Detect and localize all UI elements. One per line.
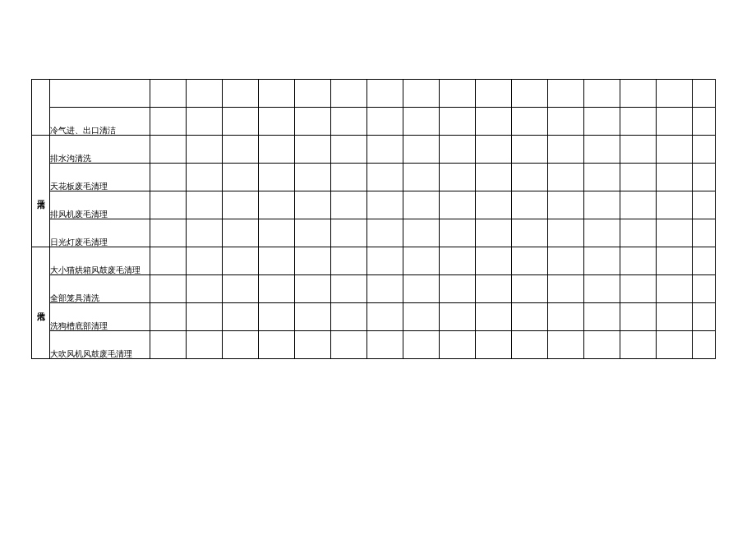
check-cell bbox=[440, 303, 476, 331]
check-cell bbox=[403, 164, 440, 191]
check-cell bbox=[548, 80, 584, 108]
task-cell: 大吹风机风鼓废毛清理 bbox=[50, 331, 150, 359]
check-cell bbox=[620, 303, 657, 331]
check-cell bbox=[620, 275, 657, 303]
check-cell bbox=[512, 275, 548, 303]
check-cell bbox=[331, 331, 367, 359]
check-cell bbox=[187, 80, 223, 108]
check-cell bbox=[259, 247, 295, 275]
check-cell bbox=[367, 136, 403, 164]
check-cell bbox=[620, 219, 657, 247]
check-cell bbox=[657, 331, 693, 359]
check-cell bbox=[584, 80, 620, 108]
check-cell bbox=[657, 80, 693, 108]
check-cell bbox=[403, 219, 440, 247]
check-cell bbox=[693, 80, 716, 108]
check-cell bbox=[223, 136, 259, 164]
check-cell bbox=[440, 219, 476, 247]
check-cell bbox=[657, 108, 693, 136]
check-cell bbox=[150, 136, 187, 164]
check-cell bbox=[693, 247, 716, 275]
check-cell bbox=[187, 275, 223, 303]
check-cell bbox=[403, 247, 440, 275]
check-cell bbox=[476, 275, 512, 303]
check-cell bbox=[440, 108, 476, 136]
check-cell bbox=[548, 136, 584, 164]
check-cell bbox=[259, 191, 295, 219]
check-cell bbox=[476, 191, 512, 219]
check-cell bbox=[367, 80, 403, 108]
task-cell: 大小猫烘箱风鼓废毛清理 bbox=[50, 247, 150, 275]
check-cell bbox=[295, 136, 331, 164]
check-cell bbox=[367, 191, 403, 219]
check-cell bbox=[403, 303, 440, 331]
check-cell bbox=[476, 303, 512, 331]
check-cell bbox=[403, 80, 440, 108]
table-row: 日光灯废毛清理 bbox=[32, 219, 716, 247]
check-cell bbox=[476, 108, 512, 136]
check-cell bbox=[295, 275, 331, 303]
check-cell bbox=[584, 136, 620, 164]
table-row: 排风机废毛清理 bbox=[32, 191, 716, 219]
check-cell bbox=[187, 164, 223, 191]
check-cell bbox=[259, 219, 295, 247]
check-cell bbox=[403, 191, 440, 219]
check-cell bbox=[187, 108, 223, 136]
check-cell bbox=[620, 164, 657, 191]
check-cell bbox=[295, 303, 331, 331]
check-cell bbox=[367, 303, 403, 331]
check-cell bbox=[295, 219, 331, 247]
check-cell bbox=[693, 275, 716, 303]
table-row: 三天清洁排水沟清洗 bbox=[32, 136, 716, 164]
check-cell bbox=[367, 331, 403, 359]
check-cell bbox=[584, 164, 620, 191]
check-cell bbox=[657, 164, 693, 191]
check-cell bbox=[187, 247, 223, 275]
check-cell bbox=[584, 191, 620, 219]
check-cell bbox=[150, 108, 187, 136]
check-cell bbox=[548, 108, 584, 136]
check-cell bbox=[512, 164, 548, 191]
check-cell bbox=[331, 108, 367, 136]
check-cell bbox=[223, 247, 259, 275]
check-cell bbox=[584, 275, 620, 303]
check-cell bbox=[620, 191, 657, 219]
check-cell bbox=[223, 331, 259, 359]
check-cell bbox=[150, 247, 187, 275]
check-cell bbox=[223, 303, 259, 331]
check-cell bbox=[657, 136, 693, 164]
check-cell bbox=[259, 275, 295, 303]
check-cell bbox=[584, 247, 620, 275]
check-cell bbox=[657, 219, 693, 247]
check-cell bbox=[693, 219, 716, 247]
check-cell bbox=[620, 80, 657, 108]
check-cell bbox=[693, 164, 716, 191]
check-cell bbox=[476, 219, 512, 247]
table-row bbox=[32, 80, 716, 108]
check-cell bbox=[476, 136, 512, 164]
table-row: 冷气进、出口清洁 bbox=[32, 108, 716, 136]
check-cell bbox=[584, 303, 620, 331]
check-cell bbox=[476, 80, 512, 108]
check-cell bbox=[367, 108, 403, 136]
check-cell bbox=[295, 331, 331, 359]
check-cell bbox=[150, 80, 187, 108]
check-cell bbox=[150, 275, 187, 303]
check-cell bbox=[259, 80, 295, 108]
table-row: 七天清洁大小猫烘箱风鼓废毛清理 bbox=[32, 247, 716, 275]
check-cell bbox=[476, 247, 512, 275]
check-cell bbox=[548, 164, 584, 191]
check-cell bbox=[150, 331, 187, 359]
check-cell bbox=[150, 164, 187, 191]
check-cell bbox=[295, 80, 331, 108]
check-cell bbox=[440, 247, 476, 275]
check-cell bbox=[440, 331, 476, 359]
check-cell bbox=[295, 247, 331, 275]
check-cell bbox=[693, 331, 716, 359]
task-cell bbox=[50, 80, 150, 108]
check-cell bbox=[693, 303, 716, 331]
check-cell bbox=[367, 275, 403, 303]
check-cell bbox=[150, 191, 187, 219]
check-cell bbox=[512, 331, 548, 359]
check-cell bbox=[259, 303, 295, 331]
